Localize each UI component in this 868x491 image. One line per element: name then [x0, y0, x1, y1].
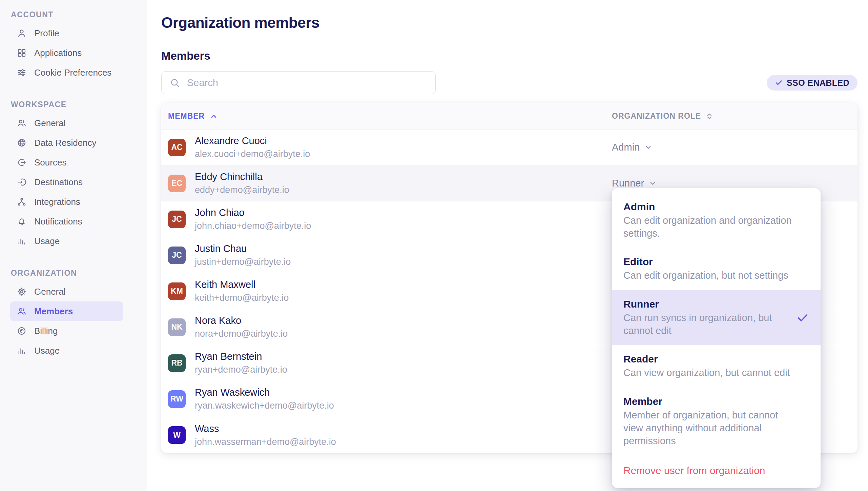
billing-icon: [17, 326, 27, 336]
role-select[interactable]: Admin: [612, 142, 653, 153]
sidebar-item-notifications[interactable]: Notifications: [0, 212, 147, 231]
sidebar-item-cookie-preferences[interactable]: Cookie Preferences: [0, 63, 147, 82]
avatar: NK: [168, 318, 186, 336]
avatar: RB: [168, 354, 186, 372]
member-name: John Chiao: [195, 207, 311, 218]
member-name: Nora Kako: [195, 315, 288, 326]
role-option-runner[interactable]: Runner Can run syncs in organization, bu…: [612, 290, 821, 345]
avatar: JC: [168, 247, 186, 264]
member-email: justin+demo@airbyte.io: [195, 257, 291, 267]
members-toolbar: SSO ENABLED: [161, 71, 857, 94]
members-heading: Members: [161, 50, 857, 62]
member-row: AC Alexandre Cuoci alex.cuoci+demo@airby…: [161, 130, 857, 165]
member-email: john.chiao+demo@airbyte.io: [195, 221, 311, 231]
section-label-workspace: WORKSPACE: [11, 100, 147, 109]
bar-chart-icon: [17, 236, 27, 246]
role-option-editor[interactable]: Editor Can edit organization, but not se…: [612, 248, 821, 290]
sidebar-item-workspace-general[interactable]: General: [0, 113, 147, 133]
settings-sidebar: ACCOUNT Profile Applications Cookie Pref…: [0, 0, 147, 491]
sidebar-item-label: Usage: [34, 236, 60, 247]
member-name: Eddy Chinchilla: [195, 171, 289, 182]
sidebar-item-label: Billing: [34, 326, 58, 336]
sso-enabled-badge: SSO ENABLED: [767, 75, 857, 91]
sidebar-section-account: ACCOUNT Profile Applications Cookie Pref…: [0, 10, 147, 82]
users-icon: [17, 118, 27, 128]
users-icon: [17, 306, 27, 316]
sso-badge-label: SSO ENABLED: [787, 78, 849, 88]
destination-icon: [17, 177, 27, 187]
user-icon: [17, 28, 27, 38]
sidebar-item-applications[interactable]: Applications: [0, 43, 147, 63]
sidebar-item-label: Destinations: [34, 177, 83, 188]
member-email: nora+demo@airbyte.io: [195, 329, 288, 339]
grid-icon: [17, 48, 27, 58]
search-icon: [169, 77, 180, 88]
avatar: JC: [168, 211, 186, 228]
globe-icon: [17, 138, 27, 148]
bell-icon: [17, 216, 27, 227]
page-title: Organization members: [161, 14, 857, 31]
member-name: Wass: [195, 423, 336, 434]
member-name: Alexandre Cuoci: [195, 135, 310, 146]
role-option-reader[interactable]: Reader Can view organization, but cannot…: [612, 345, 821, 388]
table-header: MEMBER ORGANIZATION ROLE: [161, 103, 857, 130]
sort-icon: [705, 112, 714, 120]
sort-ascending-icon: [210, 112, 218, 120]
sidebar-item-label: General: [34, 287, 66, 297]
sidebar-item-label: Data Residency: [34, 138, 97, 148]
sidebar-item-label: Usage: [34, 346, 60, 356]
gear-icon: [17, 287, 27, 297]
avatar: W: [168, 426, 186, 444]
sidebar-item-label: Applications: [34, 48, 82, 58]
check-icon: [796, 311, 809, 324]
member-email: eddy+demo@airbyte.io: [195, 185, 289, 195]
sidebar-item-label: Notifications: [34, 216, 82, 227]
sidebar-item-organization-general[interactable]: General: [0, 282, 147, 301]
remove-user-link[interactable]: Remove user from organization: [612, 455, 821, 485]
role-select-open[interactable]: Runner: [612, 178, 657, 189]
sidebar-item-label: Integrations: [34, 197, 80, 207]
member-email: keith+demo@airbyte.io: [195, 293, 289, 303]
sidebar-item-organization-usage[interactable]: Usage: [0, 341, 147, 360]
sidebar-item-workspace-usage[interactable]: Usage: [0, 231, 147, 251]
avatar: EC: [168, 175, 186, 192]
role-dropdown-menu: Admin Can edit organization and organiza…: [612, 188, 821, 488]
sidebar-item-integrations[interactable]: Integrations: [0, 192, 147, 212]
avatar: RW: [168, 390, 186, 408]
section-label-account: ACCOUNT: [11, 10, 147, 19]
sidebar-item-label: Profile: [34, 28, 59, 39]
chevron-down-icon: [644, 143, 653, 152]
section-label-organization: ORGANIZATION: [11, 269, 147, 278]
role-option-member[interactable]: Member Member of organization, but canno…: [612, 388, 821, 455]
member-name: Ryan Bernstein: [195, 351, 287, 362]
source-icon: [17, 157, 27, 168]
member-email: john.wasserman+demo@airbyte.io: [195, 437, 336, 447]
member-email: ryan+demo@airbyte.io: [195, 365, 287, 375]
sidebar-item-sources[interactable]: Sources: [0, 153, 147, 172]
chevron-down-icon: [648, 179, 657, 188]
sidebar-item-members[interactable]: Members: [10, 301, 123, 321]
member-email: alex.cuoci+demo@airbyte.io: [195, 149, 310, 159]
member-name: Keith Maxwell: [195, 279, 289, 290]
search-field[interactable]: [187, 77, 428, 89]
sidebar-item-label: Cookie Preferences: [34, 67, 111, 78]
sidebar-item-data-residency[interactable]: Data Residency: [0, 133, 147, 153]
sidebar-section-organization: ORGANIZATION General Members Billing Usa…: [0, 269, 147, 360]
search-input[interactable]: [161, 71, 436, 94]
avatar: KM: [168, 282, 186, 300]
column-header-organization-role[interactable]: ORGANIZATION ROLE: [612, 112, 714, 121]
sidebar-item-label: Members: [34, 306, 73, 317]
column-header-member[interactable]: MEMBER: [168, 112, 612, 121]
nodes-icon: [17, 197, 27, 207]
sidebar-item-profile[interactable]: Profile: [0, 23, 147, 43]
member-name: Justin Chau: [195, 243, 291, 254]
sliders-icon: [17, 67, 27, 78]
role-option-admin[interactable]: Admin Can edit organization and organiza…: [612, 193, 821, 248]
avatar: AC: [168, 139, 186, 156]
sidebar-item-billing[interactable]: Billing: [0, 321, 147, 341]
sidebar-item-destinations[interactable]: Destinations: [0, 172, 147, 192]
bar-chart-icon: [17, 346, 27, 356]
sidebar-section-workspace: WORKSPACE General Data Residency Sources…: [0, 100, 147, 251]
check-icon: [775, 79, 783, 87]
sidebar-item-label: General: [34, 118, 66, 129]
